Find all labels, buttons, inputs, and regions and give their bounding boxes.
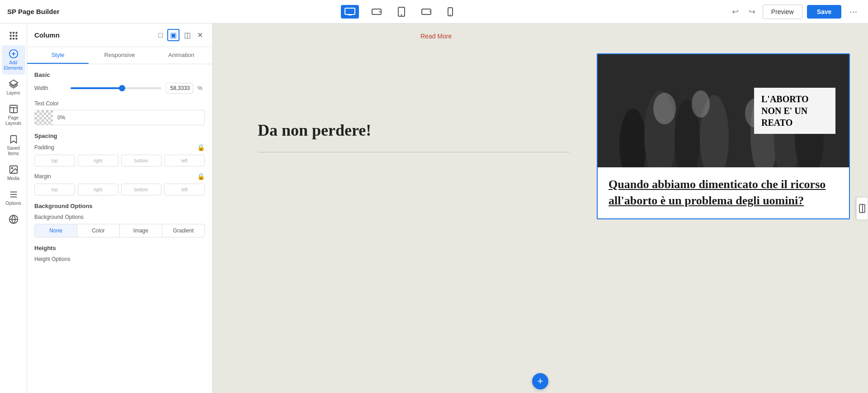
sidebar-item-media[interactable]: Media <box>2 161 25 185</box>
read-more-link[interactable]: Read More <box>231 33 850 40</box>
more-button[interactable]: ··· <box>846 5 861 19</box>
icon-sidebar: Add Elements Layers Page Layouts Saved I… <box>0 24 27 393</box>
panel-body: Basic Width % Text Color <box>27 64 212 393</box>
sidebar-item-globe[interactable] <box>2 211 25 228</box>
article-image: L'ABORTO NON E' UN REATO <box>598 54 849 167</box>
section-bg-title: Background Options <box>34 203 205 209</box>
bg-options-buttons: None Color Image Gradient <box>34 224 205 237</box>
svg-point-17 <box>13 38 14 39</box>
margin-right-input[interactable] <box>78 184 118 195</box>
device-tablet[interactable] <box>394 4 409 19</box>
width-value-input[interactable] <box>166 83 193 94</box>
article-sign-text: L'ABORTO NON E' UN REATO <box>754 88 835 134</box>
sidebar-item-grid[interactable] <box>2 27 25 44</box>
svg-point-12 <box>16 32 17 33</box>
device-mobile[interactable] <box>444 5 457 19</box>
preview-button[interactable]: Preview <box>763 5 802 19</box>
sidebar-item-add-elements[interactable]: Add Elements <box>2 45 25 75</box>
margin-lock-button[interactable]: 🔒 <box>197 173 205 180</box>
padding-bottom-input[interactable] <box>121 155 162 166</box>
tab-animation[interactable]: Animation <box>151 47 212 64</box>
plus-icon: + <box>538 375 543 387</box>
margin-row: Margin 🔒 <box>34 173 205 180</box>
panel-close-button[interactable]: ✕ <box>195 30 205 40</box>
section-basic-title: Basic <box>34 71 205 78</box>
panel-icon-square-medium[interactable]: ▣ <box>167 29 179 41</box>
sidebar-item-layers[interactable]: Layers <box>2 76 25 99</box>
svg-point-43 <box>692 90 710 118</box>
svg-rect-1 <box>348 14 352 15</box>
left-column: Da non perdere! <box>231 53 597 219</box>
panel-tabs: Style Responsive Animation <box>27 47 212 64</box>
sidebar-item-page-layouts[interactable]: Page Layouts <box>2 100 25 130</box>
text-color-control[interactable] <box>34 110 205 125</box>
padding-left-input[interactable] <box>164 155 205 166</box>
save-button[interactable]: Save <box>807 5 842 19</box>
sidebar-item-options[interactable]: Options <box>2 186 25 210</box>
svg-point-14 <box>13 35 14 37</box>
width-label: Width <box>34 85 66 91</box>
article-card: L'ABORTO NON E' UN REATO Quando abbiamo … <box>597 53 850 219</box>
color-swatch <box>35 110 53 125</box>
article-text: Quando abbiamo dimenticato che il ricors… <box>598 167 849 218</box>
svg-rect-0 <box>345 8 355 14</box>
heights-sub-label: Height Options <box>34 256 205 262</box>
svg-point-3 <box>379 11 381 12</box>
topbar: SP Page Builder ↩ ↪ Preview Save ··· <box>0 0 868 24</box>
svg-point-27 <box>11 167 13 169</box>
padding-row: Padding 🔒 <box>34 144 205 151</box>
section-spacing-title: Spacing <box>34 133 205 139</box>
device-desktop[interactable] <box>341 5 359 19</box>
margin-top-input[interactable] <box>34 184 75 195</box>
bg-none-button[interactable]: None <box>35 224 77 237</box>
width-control: Width % <box>34 83 205 94</box>
padding-label: Padding <box>34 144 54 151</box>
svg-point-7 <box>429 11 430 12</box>
margin-left-input[interactable] <box>164 184 205 195</box>
panel-title: Column <box>34 31 60 39</box>
section-heights-title: Heights <box>34 245 205 251</box>
redo-button[interactable]: ↪ <box>746 5 758 19</box>
feature-title: Da non perdere! <box>258 120 570 141</box>
device-tablet-landscape[interactable] <box>368 5 385 19</box>
text-color-label: Text Color <box>34 99 205 107</box>
padding-lock-button[interactable]: 🔒 <box>197 144 205 151</box>
svg-point-5 <box>401 14 402 15</box>
sidebar-item-saved-items[interactable]: Saved Items <box>2 131 25 160</box>
margin-bottom-input[interactable] <box>121 184 162 195</box>
padding-right-input[interactable] <box>78 155 118 166</box>
add-section-button[interactable]: + <box>532 373 548 389</box>
svg-point-16 <box>10 38 11 39</box>
canvas-content: Read More Da non perdere! <box>212 24 868 393</box>
svg-point-18 <box>16 38 17 39</box>
color-value-input[interactable] <box>53 112 204 123</box>
margin-label: Margin <box>34 173 51 180</box>
sidebar-item-page-layouts-label: Page Layouts <box>4 115 24 126</box>
panel-header: Column □ ▣ ◫ ✕ <box>27 24 212 47</box>
tab-responsive[interactable]: Responsive <box>89 47 150 64</box>
sidebar-item-saved-items-label: Saved Items <box>4 146 24 156</box>
divider <box>258 152 570 152</box>
padding-top-input[interactable] <box>34 155 75 166</box>
width-slider[interactable] <box>71 84 161 93</box>
column-panel: Column □ ▣ ◫ ✕ Style Responsive Animatio… <box>27 24 212 393</box>
svg-point-10 <box>10 32 11 33</box>
bg-image-button[interactable]: Image <box>120 224 162 237</box>
right-sidebar-toggle[interactable] <box>856 197 868 220</box>
panel-icon-square-small[interactable]: □ <box>156 30 165 40</box>
bg-color-button[interactable]: Color <box>77 224 120 237</box>
tab-style[interactable]: Style <box>27 47 89 64</box>
width-unit: % <box>198 85 205 91</box>
panel-icon-square-large[interactable]: ◫ <box>182 30 193 40</box>
margin-inputs <box>34 184 205 195</box>
undo-button[interactable]: ↩ <box>729 5 741 19</box>
main-area: Add Elements Layers Page Layouts Saved I… <box>0 24 868 393</box>
svg-point-13 <box>10 35 11 37</box>
bg-gradient-button[interactable]: Gradient <box>162 224 204 237</box>
svg-point-11 <box>13 32 14 33</box>
sidebar-item-media-label: Media <box>7 176 19 181</box>
device-mobile-landscape[interactable] <box>418 6 435 18</box>
svg-point-15 <box>16 35 17 37</box>
svg-point-9 <box>450 14 451 15</box>
article-title[interactable]: Quando abbiamo dimenticato che il ricors… <box>609 176 838 209</box>
